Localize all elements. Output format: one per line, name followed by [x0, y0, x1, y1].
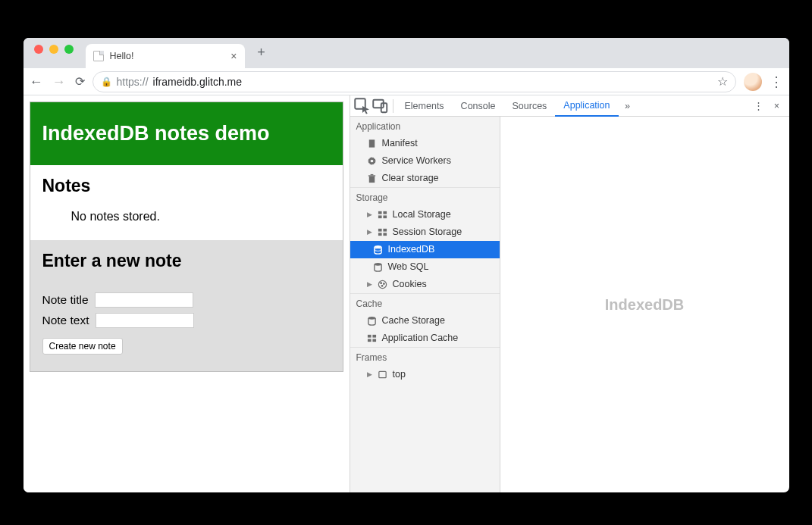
profile-avatar[interactable] [744, 73, 762, 91]
note-text-input[interactable] [96, 313, 194, 328]
devtools-tabstrip: Elements Console Sources Application » ⋮… [350, 95, 789, 117]
label: Local Storage [393, 208, 451, 221]
close-tab-button[interactable]: × [230, 50, 237, 62]
svg-rect-6 [368, 175, 375, 176]
svg-rect-15 [383, 233, 387, 236]
tab-sources[interactable]: Sources [503, 95, 555, 117]
label: Manifest [382, 137, 418, 150]
note-text-label: Note text [42, 314, 89, 327]
label: Session Storage [393, 226, 462, 239]
notes-heading: Notes [42, 176, 331, 196]
address-bar[interactable]: 🔒 https://iframeidb.glitch.me ☆ [92, 71, 736, 92]
url-host: iframeidb.glitch.me [153, 76, 243, 88]
back-button[interactable]: ← [30, 75, 43, 89]
storage-grid-icon [367, 333, 378, 344]
bookmark-button[interactable]: ☆ [717, 74, 728, 89]
label: Service Workers [382, 155, 451, 167]
sidebar-item-session-storage[interactable]: ▶ Session Storage [350, 223, 500, 241]
window-controls [30, 45, 81, 61]
tab-title: Hello! [110, 51, 225, 61]
svg-point-16 [375, 245, 381, 248]
group-application: Application [350, 117, 500, 135]
caret-icon: ▶ [367, 368, 373, 381]
sidebar-item-top-frame[interactable]: ▶ top [350, 366, 500, 383]
svg-rect-11 [383, 215, 387, 218]
demo-title: IndexedDB notes demo [42, 122, 270, 145]
database-icon [373, 245, 384, 255]
label: Application Cache [382, 332, 459, 345]
tab-console[interactable]: Console [453, 95, 504, 117]
tab-strip: Hello! × + [24, 38, 789, 68]
reload-button[interactable]: ⟳ [75, 74, 85, 89]
trash-icon [367, 173, 378, 184]
notes-section: Notes No notes stored. [30, 165, 343, 240]
content-area: IndexedDB notes demo Notes No notes stor… [24, 95, 789, 492]
browser-menu-button[interactable]: ⋮ [770, 73, 783, 90]
sidebar-item-service-workers[interactable]: Service Workers [350, 152, 500, 170]
group-cache: Cache [350, 293, 500, 312]
demo-header: IndexedDB notes demo [30, 102, 343, 165]
empty-message: No notes stored. [42, 210, 331, 223]
device-toggle-icon[interactable] [372, 97, 390, 115]
database-icon [373, 262, 384, 273]
demo-app: IndexedDB notes demo Notes No notes stor… [30, 102, 343, 372]
minimize-window-button[interactable] [49, 45, 58, 54]
database-icon [367, 316, 378, 327]
note-title-row: Note title [42, 292, 331, 308]
maximize-window-button[interactable] [64, 45, 74, 54]
sidebar-item-local-storage[interactable]: ▶ Local Storage [350, 206, 500, 223]
label: Clear storage [382, 172, 439, 185]
new-tab-button[interactable]: + [251, 42, 272, 63]
devtools-close-button[interactable]: × [768, 97, 786, 115]
cookie-icon [378, 280, 388, 290]
tab-application[interactable]: Application [555, 95, 618, 117]
svg-point-23 [368, 317, 375, 320]
svg-rect-9 [383, 211, 387, 214]
devtools-menu-button[interactable]: ⋮ [750, 97, 768, 115]
url-scheme: https:// [117, 76, 149, 88]
sidebar-item-cookies[interactable]: ▶ Cookies [350, 276, 500, 293]
svg-rect-27 [372, 339, 376, 342]
application-sidebar: Application Manifest Service Workers Cle… [350, 117, 500, 492]
sidebar-item-application-cache[interactable]: Application Cache [350, 330, 500, 347]
sidebar-item-indexeddb[interactable]: IndexedDB [350, 241, 500, 258]
browser-tab[interactable]: Hello! × [86, 44, 245, 68]
browser-window: Hello! × + ← → ⟳ 🔒 https://iframeidb.gli… [24, 38, 789, 492]
caret-icon: ▶ [367, 226, 373, 239]
svg-rect-24 [368, 335, 372, 338]
panel-placeholder: IndexedDB [605, 296, 684, 314]
divider [393, 99, 393, 113]
form-section: Enter a new note Note title Note text Cr… [30, 240, 343, 371]
sidebar-item-cache-storage[interactable]: Cache Storage [350, 312, 500, 330]
svg-rect-8 [378, 211, 382, 214]
browser-toolbar: ← → ⟳ 🔒 https://iframeidb.glitch.me ☆ ⋮ [24, 68, 789, 95]
tab-elements[interactable]: Elements [397, 95, 453, 117]
svg-point-22 [381, 286, 383, 287]
sidebar-item-manifest[interactable]: Manifest [350, 135, 500, 152]
inspect-icon[interactable] [353, 97, 372, 115]
group-frames: Frames [350, 347, 500, 366]
label: top [393, 368, 406, 381]
forward-button[interactable]: → [52, 75, 66, 89]
frame-icon [378, 370, 388, 380]
svg-rect-10 [378, 215, 382, 218]
more-tabs-button[interactable]: » [619, 97, 637, 115]
svg-rect-3 [369, 139, 375, 147]
close-window-button[interactable] [34, 45, 43, 54]
svg-rect-7 [371, 174, 374, 175]
caret-icon: ▶ [367, 278, 373, 291]
label: Cache Storage [382, 314, 445, 327]
devtools: Elements Console Sources Application » ⋮… [350, 95, 789, 492]
devtools-panel: IndexedDB [500, 117, 789, 492]
create-note-button[interactable]: Create new note [42, 338, 123, 355]
sidebar-item-clear-storage[interactable]: Clear storage [350, 170, 500, 187]
svg-point-18 [375, 263, 381, 266]
label: IndexedDB [388, 243, 435, 256]
storage-grid-icon [378, 210, 388, 220]
caret-icon: ▶ [367, 208, 373, 221]
label: Cookies [393, 278, 427, 291]
note-title-input[interactable] [95, 292, 193, 308]
sidebar-item-web-sql[interactable]: Web SQL [350, 258, 500, 276]
svg-point-19 [378, 280, 386, 288]
svg-point-20 [381, 283, 382, 284]
